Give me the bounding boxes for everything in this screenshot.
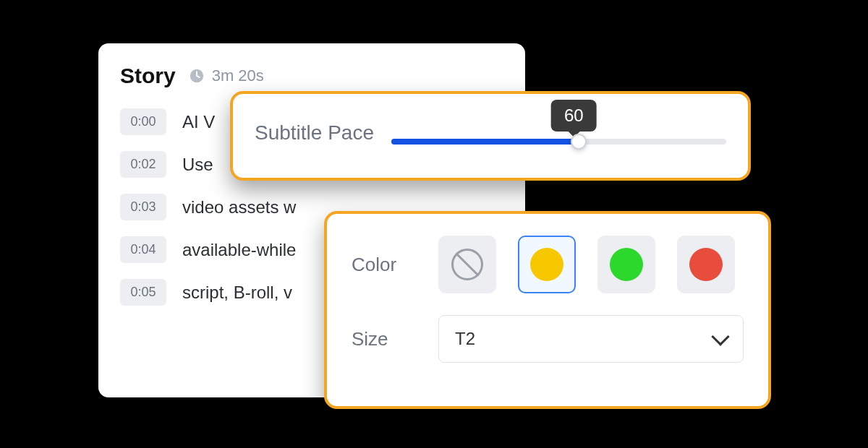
story-header: Story 3m 20s <box>120 64 503 88</box>
timestamp-badge: 0:00 <box>120 108 166 135</box>
dot-icon <box>610 248 643 281</box>
color-swatch-green[interactable] <box>597 236 655 293</box>
color-label: Color <box>352 254 417 276</box>
story-text: AI V <box>182 112 215 132</box>
style-card: Color Size T2 <box>324 211 771 409</box>
story-text: available-while <box>182 240 296 260</box>
none-icon <box>451 249 483 280</box>
timestamp-badge: 0:03 <box>120 194 166 220</box>
slider-thumb[interactable] <box>571 134 587 150</box>
story-text: script, B-roll, v <box>182 283 292 303</box>
size-select[interactable]: T2 <box>438 315 744 363</box>
timestamp-badge: 0:02 <box>120 151 166 178</box>
duration-text: 3m 20s <box>212 66 264 85</box>
size-value: T2 <box>455 329 475 349</box>
timestamp-badge: 0:04 <box>120 236 166 263</box>
clock-icon <box>189 68 205 84</box>
slider-tooltip: 60 <box>551 100 597 132</box>
color-swatch-yellow[interactable] <box>518 236 576 293</box>
color-swatch-red[interactable] <box>677 236 735 293</box>
color-swatches <box>438 236 735 293</box>
dot-icon <box>530 248 563 281</box>
subtitle-pace-label: Subtitle Pace <box>255 121 374 145</box>
duration-display: 3m 20s <box>189 66 264 85</box>
chevron-down-icon <box>711 327 729 345</box>
subtitle-pace-card: Subtitle Pace 60 <box>230 91 751 181</box>
slider-fill <box>391 139 579 145</box>
story-text: video assets w <box>182 197 296 217</box>
size-label: Size <box>352 328 417 350</box>
timestamp-badge: 0:05 <box>120 279 166 306</box>
color-swatch-none[interactable] <box>438 236 496 293</box>
subtitle-pace-slider[interactable]: 60 <box>391 107 726 145</box>
slider-track <box>391 139 726 145</box>
story-text: Use <box>182 155 213 175</box>
story-title: Story <box>120 64 176 88</box>
dot-icon <box>689 248 723 281</box>
